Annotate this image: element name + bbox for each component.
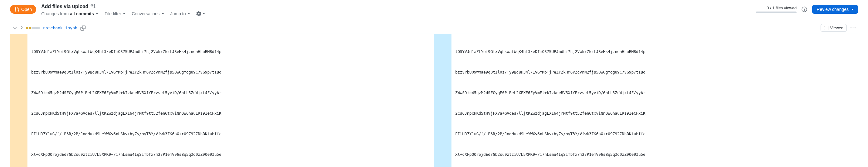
- file-header-right: Viewed: [820, 24, 856, 32]
- kebab-icon[interactable]: [850, 26, 856, 31]
- svg-point-2: [804, 8, 805, 8]
- code-line: 2Cs6JnpcHKdStHVjFXVa+GVqes7lljtKZwzdjagL…: [31, 110, 430, 117]
- viewed-label: Viewed: [830, 26, 843, 30]
- gutter-deleted: [10, 34, 27, 167]
- code-right: lOSYVJd1aZLYof9GlxVqLsxafWqK4hL3keDImOS7…: [452, 34, 858, 167]
- pr-title-row: Add files via upload #1: [41, 4, 751, 9]
- caret-icon: [203, 13, 205, 14]
- viewed-toggle[interactable]: Viewed: [820, 24, 847, 32]
- viewed-checkbox[interactable]: [824, 26, 828, 30]
- caret-icon: [162, 13, 164, 14]
- code-left: lOSYVJd1aZLYof9GlxVqLsxafWqK4hL3keDImOS7…: [27, 34, 434, 167]
- code-line: lOSYVJd1aZLYof9GlxVqLsxafWqK4hL3keDImOS7…: [455, 48, 854, 55]
- diff-settings-dropdown[interactable]: [196, 11, 205, 16]
- file-filter-dropdown[interactable]: File filter: [104, 11, 125, 16]
- file-block: 2 notebook.ipynb Viewed lOSYVJd1aZLY: [0, 22, 868, 167]
- gear-icon: [196, 11, 201, 16]
- diff-count: 2: [21, 26, 23, 30]
- diff-square-neutral: [34, 27, 37, 29]
- review-changes-button[interactable]: Review changes: [812, 5, 858, 14]
- state-label: Open: [21, 7, 32, 12]
- code-line: bzzVPbU09Wmae9q0tIl0z/Ty9Bd8H34l/1VGYMb+…: [31, 69, 430, 76]
- conversations-dropdown[interactable]: Conversations: [132, 11, 164, 16]
- diff-right: lOSYVJd1aZLYof9GlxVqLsxafWqK4hL3keDImOS7…: [434, 34, 858, 167]
- copy-path-icon[interactable]: [81, 26, 86, 31]
- caret-icon: [96, 13, 98, 14]
- file-name-link[interactable]: notebook.ipynb: [43, 26, 78, 30]
- code-line: ZWwSDic45qzM2dSFCyqE0PiReL2XFXE6FyVmEt+k…: [31, 90, 430, 96]
- pr-number: #1: [90, 4, 96, 9]
- diff-square-modified: [29, 27, 31, 29]
- diff-body: lOSYVJd1aZLYof9GlxVqLsxafWqK4hL3keDImOS7…: [10, 34, 858, 167]
- git-pull-request-icon: [14, 7, 19, 12]
- code-line: bzzVPbU09Wmae9q0tIl0z/Ty9Bd8H34l/1VGYMb+…: [455, 69, 854, 76]
- diff-left: lOSYVJd1aZLYof9GlxVqLsxafWqK4hL3keDImOS7…: [10, 34, 434, 167]
- diff-square-neutral: [37, 27, 40, 29]
- pr-title: Add files via upload: [41, 4, 88, 9]
- jump-to-dropdown[interactable]: Jump to: [170, 11, 190, 16]
- info-icon[interactable]: [802, 6, 807, 12]
- caret-icon: [123, 13, 125, 14]
- code-line: 2Cs6JnpcHKdStHVjFXVa+GVqes7lljtKZwzdjagL…: [455, 110, 854, 117]
- code-line: lOSYVJd1aZLYof9GlxVqLsxafWqK4hL3keDImOS7…: [31, 48, 430, 55]
- code-line: Xl+qXFpQOrojdEdrGb2su0ztziU7L5XPK9+/i7hL…: [455, 151, 854, 158]
- diff-square-modified: [26, 27, 28, 29]
- code-line: FIlHR7Y1uG/f/iP6R/2P/JodNuzd9LeYWXy6xLSk…: [455, 131, 854, 137]
- files-viewed-text: 0 / 1 files viewed: [756, 6, 797, 10]
- file-filter-label: File filter: [104, 11, 121, 16]
- gutter-added: [434, 34, 452, 167]
- review-button-label: Review changes: [816, 7, 849, 12]
- toolbar: Changes from all commits File filter Con…: [41, 11, 751, 16]
- changes-from-dropdown[interactable]: Changes from all commits: [41, 11, 98, 16]
- progress-bar: [756, 11, 797, 13]
- pr-header: Open Add files via upload #1 Changes fro…: [0, 0, 868, 20]
- files-viewed-block: 0 / 1 files viewed: [756, 6, 797, 13]
- chevron-down-icon[interactable]: [12, 26, 18, 31]
- code-line: Xl+qXFpQOrojdEdrGb2su0ztziU7L5XPK9+/i7hL…: [31, 151, 430, 158]
- diff-stat-squares: [26, 27, 40, 29]
- code-line: FIlHR7Y1uG/f/iP6R/2P/JodNuzd9LeYWXy6xLSk…: [31, 131, 430, 137]
- header-right: 0 / 1 files viewed Review changes: [756, 5, 858, 14]
- code-line: ZWwSDic45qzM2dSFCyqE0PiReL2XFXE6FyVmEt+k…: [455, 90, 854, 96]
- caret-icon: [187, 13, 190, 14]
- caret-icon: [851, 9, 854, 10]
- jump-to-label: Jump to: [170, 11, 186, 16]
- file-header: 2 notebook.ipynb Viewed: [10, 22, 858, 34]
- conversations-label: Conversations: [132, 11, 160, 16]
- changes-bold: all commits: [70, 11, 94, 16]
- title-area: Add files via upload #1 Changes from all…: [41, 4, 751, 16]
- diff-square-neutral: [32, 27, 34, 29]
- state-badge: Open: [10, 5, 36, 14]
- changes-prefix: Changes from: [41, 11, 69, 16]
